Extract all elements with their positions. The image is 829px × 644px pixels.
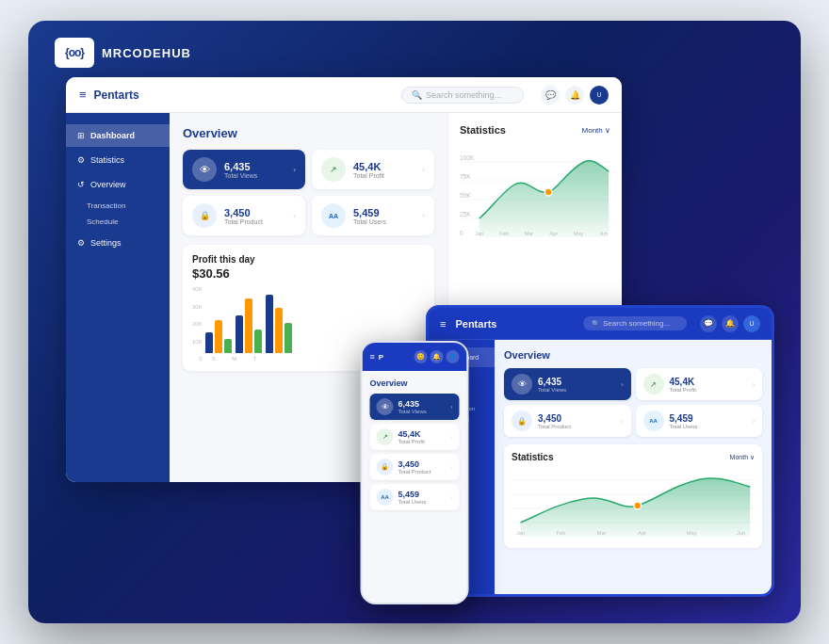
dashboard-icon: ⊞	[77, 131, 85, 140]
mobile-card-views: 👁 6,435 Total Views ›	[370, 394, 460, 420]
svg-text:Jun: Jun	[599, 231, 608, 236]
bar-t-orange	[275, 308, 283, 353]
brand-name: MRCODEHUB	[102, 46, 191, 60]
mobile-profit-arrow: ›	[450, 434, 452, 441]
bar-s-blue	[205, 332, 213, 353]
logo-symbol: {oo}	[55, 38, 94, 68]
views-label: Total Views	[224, 172, 285, 179]
sidebar-dashboard-label: Dashboard	[90, 131, 135, 140]
statistics-line-chart: 100K 75K 50K 25K 0	[460, 143, 610, 237]
mobile-profit-value: 45,4K	[398, 429, 425, 439]
tablet-profit-label: Total Profit	[670, 387, 696, 393]
tablet-menu-icon[interactable]: ≡	[440, 318, 446, 330]
tablet-card-info-users: 5,459 Total Users	[670, 413, 698, 429]
profit-icon: ↗	[321, 157, 346, 182]
svg-text:25K: 25K	[460, 211, 471, 217]
outer-frame: {oo} MRCODEHUB ≡ Pentarts 🔍 Search somet…	[28, 21, 801, 623]
tablet-bell-icon[interactable]: 🔔	[722, 315, 739, 332]
tablet-users-label: Total Users	[670, 424, 698, 429]
tablet-product-label: Total Product	[538, 424, 571, 429]
mobile-app-title: P	[379, 353, 383, 362]
svg-text:Mar: Mar	[525, 231, 534, 236]
y-label-0: 0	[192, 356, 203, 362]
svg-text:Jan: Jan	[475, 231, 483, 236]
sidebar-item-transaction[interactable]: Transaction	[87, 198, 170, 214]
sidebar-overview-label: Overview	[90, 180, 126, 189]
month-selector[interactable]: Month ∨	[582, 126, 610, 135]
statistics-title: Statistics	[460, 124, 506, 136]
mobile-views-icon: 👁	[377, 398, 394, 415]
mobile-views-arrow: ›	[450, 404, 452, 411]
bar-s-orange	[215, 320, 222, 353]
bar-s-green	[224, 339, 232, 353]
svg-text:Mar: Mar	[597, 530, 607, 536]
mobile-bell-icon[interactable]: 🔔	[431, 350, 444, 363]
mobile-card-users: AA 5,459 Total Users ›	[370, 484, 460, 510]
tablet-views-arrow: ›	[621, 381, 623, 388]
x-label-m: M	[226, 356, 243, 362]
sidebar-item-settings[interactable]: ⚙ Settings	[66, 232, 170, 254]
tablet-profit-value: 45,4K	[670, 377, 696, 387]
bar-m-green	[254, 330, 262, 353]
mobile-users-value: 5,459	[398, 490, 427, 499]
tablet-users-icon: AA	[643, 411, 664, 431]
chat-icon[interactable]: 💬	[541, 86, 560, 105]
svg-text:50K: 50K	[460, 192, 471, 199]
sidebar-item-statistics[interactable]: ⚙ Statistics	[66, 149, 170, 171]
svg-point-9	[545, 188, 552, 196]
mobile-users-label: Total Users	[398, 499, 427, 505]
product-icon: 🔒	[192, 203, 217, 228]
bar-t-blue	[266, 295, 273, 353]
bar-group-s	[205, 320, 232, 353]
desktop-menu-icon[interactable]: ≡	[79, 88, 87, 102]
profit-y-labels: 40K 30K 20K 10K 0	[192, 286, 205, 362]
user-avatar[interactable]: U	[590, 86, 609, 105]
search-icon: 🔍	[412, 90, 422, 100]
profit-value: 45,4K	[353, 161, 414, 172]
tablet-topbar: ≡ Pentarts 🔍 Search something... 💬 🔔 U	[429, 308, 772, 340]
card-info-users: 5,459 Total Users	[353, 207, 414, 225]
tablet-statistics-chart: Jan Feb Mar Apr May Jun	[512, 466, 755, 537]
bar-m-orange	[245, 298, 252, 353]
tablet-profit-arrow: ›	[753, 381, 755, 388]
mobile-overview-title: Overview	[370, 378, 460, 388]
svg-text:May: May	[574, 231, 584, 236]
mobile-product-icon: 🔒	[377, 459, 394, 475]
tablet-chat-icon[interactable]: 💬	[700, 315, 717, 332]
x-label-s: S	[205, 356, 222, 362]
tablet-body: ⊞ Dashboard Statistics Overview Transact…	[429, 340, 772, 594]
bar-group-m	[236, 298, 262, 353]
sidebar-subitems: Transaction Schedule	[66, 198, 170, 230]
desktop-search[interactable]: 🔍 Search something...	[401, 87, 524, 104]
svg-text:75K: 75K	[460, 173, 471, 180]
tablet-product-arrow: ›	[621, 418, 623, 425]
sidebar-item-dashboard[interactable]: ⊞ Dashboard	[66, 124, 170, 147]
tablet-product-value: 3,450	[538, 413, 571, 424]
mobile-menu-icon[interactable]: ≡	[370, 352, 375, 362]
tablet-search[interactable]: 🔍 Search something...	[583, 316, 687, 330]
tablet-statistics-title: Statistics	[512, 452, 553, 462]
bell-icon[interactable]: 🔔	[565, 86, 584, 105]
tablet-card-info-product: 3,450 Total Product	[538, 413, 571, 429]
tablet-statistics-section: Statistics Month ∨	[504, 444, 762, 548]
svg-point-20	[634, 502, 642, 509]
product-value: 3,450	[224, 207, 285, 218]
mobile-emoji-icon[interactable]: 😊	[414, 350, 428, 363]
tablet-user-avatar[interactable]: U	[743, 315, 760, 332]
x-label-t: T	[247, 356, 264, 362]
y-label-20k: 20K	[192, 321, 203, 327]
sidebar-item-schedule[interactable]: Schedule	[87, 214, 170, 230]
mobile-user-icon[interactable]: 👤	[447, 350, 460, 363]
mobile-product-label: Total Product	[398, 469, 431, 475]
y-label-40k: 40K	[192, 286, 203, 292]
card-info-profit: 45,4K Total Profit	[353, 161, 414, 179]
tablet-users-value: 5,459	[670, 413, 698, 424]
tablet-card-info-views: 6,435 Total Views	[538, 377, 566, 393]
tablet-month-selector[interactable]: Month ∨	[730, 454, 755, 461]
y-label-30k: 30K	[192, 304, 203, 310]
mobile-card-product: 🔒 3,450 Total Product ›	[370, 454, 460, 480]
sidebar-item-overview[interactable]: ↺ Overview	[66, 173, 170, 196]
views-value: 6,435	[224, 161, 285, 172]
overview-cards-grid: 👁 6,435 Total Views › ↗ 45,4K	[183, 150, 434, 235]
mobile-card-info-users: 5,459 Total Users	[398, 490, 427, 505]
